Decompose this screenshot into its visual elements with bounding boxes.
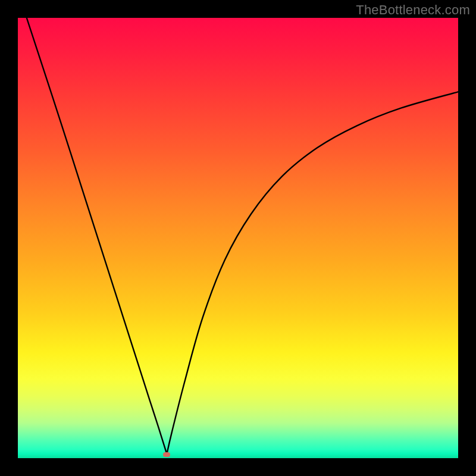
watermark-text: TheBottleneck.com	[356, 2, 470, 18]
plot-area	[18, 18, 458, 458]
chart-curve	[18, 18, 458, 458]
curve-left-branch	[27, 18, 167, 455]
bottleneck-marker	[163, 452, 170, 457]
curve-right-branch	[167, 92, 458, 455]
chart-frame: TheBottleneck.com	[0, 0, 476, 476]
